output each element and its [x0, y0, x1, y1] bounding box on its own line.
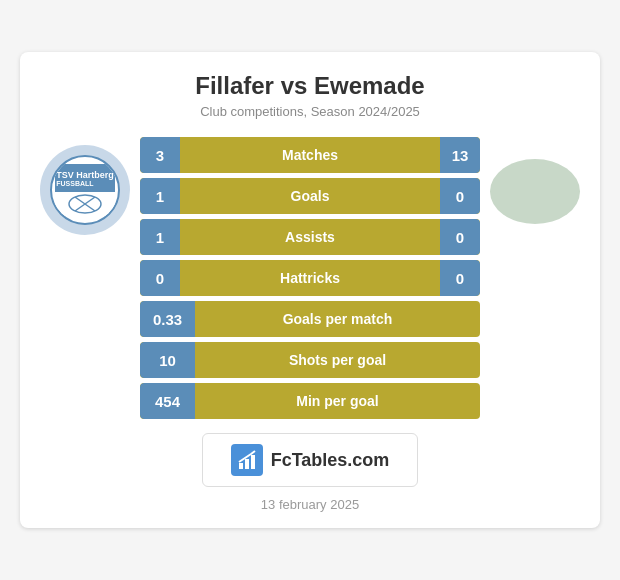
- fctables-box: FcTables.com: [202, 433, 419, 487]
- min-per-goal-value: 454: [140, 383, 195, 419]
- min-per-goal-label: Min per goal: [195, 393, 480, 409]
- fctables-brand-name: FcTables.com: [271, 450, 390, 471]
- shots-per-goal-value: 10: [140, 342, 195, 378]
- goals-label: Goals: [180, 188, 440, 204]
- hattricks-row: 0 Hattricks 0: [140, 260, 480, 296]
- hattricks-right-value: 0: [440, 260, 480, 296]
- assists-label: Assists: [180, 229, 440, 245]
- stats-bars: 3 Matches 13 1 Goals 0 1 Assists 0 0 Hat…: [140, 137, 480, 419]
- match-title: Fillafer vs Ewemade: [40, 72, 580, 100]
- hattricks-label: Hattricks: [180, 270, 440, 286]
- goals-per-match-value: 0.33: [140, 301, 195, 337]
- assists-left-value: 1: [140, 219, 180, 255]
- matches-left-value: 3: [140, 137, 180, 173]
- match-subtitle: Club competitions, Season 2024/2025: [40, 104, 580, 119]
- goals-right-value: 0: [440, 178, 480, 214]
- goals-row: 1 Goals 0: [140, 178, 480, 214]
- svg-rect-5: [251, 455, 255, 469]
- assists-row: 1 Assists 0: [140, 219, 480, 255]
- svg-rect-3: [239, 463, 243, 469]
- comparison-section: TSV Hartberg FUSSBALL 3 Matches: [40, 137, 580, 419]
- tsv-logo: TSV Hartberg FUSSBALL: [50, 155, 120, 225]
- main-card: Fillafer vs Ewemade Club competitions, S…: [20, 52, 600, 528]
- matches-right-value: 13: [440, 137, 480, 173]
- shots-per-goal-row: 10 Shots per goal: [140, 342, 480, 378]
- goals-per-match-label: Goals per match: [195, 311, 480, 327]
- goals-per-match-row: 0.33 Goals per match: [140, 301, 480, 337]
- fctables-icon: [231, 444, 263, 476]
- brand-section: FcTables.com: [40, 433, 580, 487]
- svg-rect-4: [245, 459, 249, 469]
- matches-label: Matches: [180, 147, 440, 163]
- hattricks-left-value: 0: [140, 260, 180, 296]
- matches-row: 3 Matches 13: [140, 137, 480, 173]
- min-per-goal-row: 454 Min per goal: [140, 383, 480, 419]
- shots-per-goal-label: Shots per goal: [195, 352, 480, 368]
- player-right-avatar: [490, 159, 580, 224]
- tsv-logo-top: TSV Hartberg FUSSBALL: [55, 164, 115, 192]
- player-left-avatar: TSV Hartberg FUSSBALL: [40, 145, 130, 235]
- goals-left-value: 1: [140, 178, 180, 214]
- assists-right-value: 0: [440, 219, 480, 255]
- footer-date: 13 february 2025: [40, 497, 580, 512]
- tsv-logo-bottom: [55, 192, 115, 216]
